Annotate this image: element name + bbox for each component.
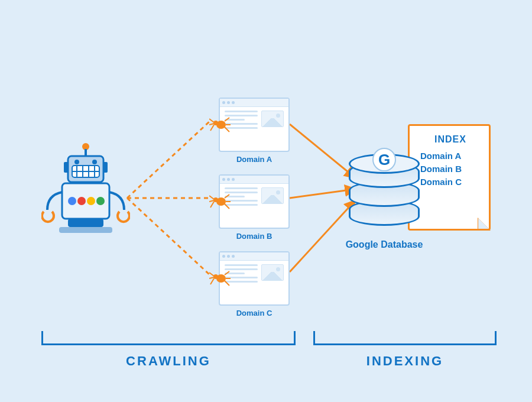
index-entry: Domain B xyxy=(420,164,481,174)
crawler-robot-icon xyxy=(41,142,130,248)
spider-icon xyxy=(209,269,231,287)
database-zone: INDEX Domain A Domain B Domain C G Googl… xyxy=(349,136,485,254)
diagram-canvas: Domain A Domain B Domain C xyxy=(0,0,532,402)
image-placeholder-icon xyxy=(261,264,284,281)
index-entry: Domain C xyxy=(420,177,481,187)
svg-point-27 xyxy=(213,121,218,125)
index-title: INDEX xyxy=(420,134,481,145)
database-caption: Google Database xyxy=(331,239,437,250)
database-icon: G xyxy=(349,148,420,231)
svg-point-22 xyxy=(87,197,95,205)
browser-chrome xyxy=(220,252,288,261)
spider-icon xyxy=(209,115,231,133)
svg-line-2 xyxy=(127,198,210,275)
svg-line-3 xyxy=(290,124,355,177)
image-placeholder-icon xyxy=(261,187,284,204)
svg-point-23 xyxy=(96,197,105,205)
crawling-label: CRAWLING xyxy=(41,354,296,369)
domain-label: Domain A xyxy=(220,155,288,164)
indexing-bracket xyxy=(313,331,497,345)
crawling-bracket xyxy=(41,331,296,345)
svg-point-16 xyxy=(92,160,97,164)
indexing-label: INDEXING xyxy=(313,354,497,369)
index-entry: Domain A xyxy=(420,151,481,161)
index-document-icon: INDEX Domain A Domain B Domain C xyxy=(408,124,491,231)
webpage-card-a: Domain A xyxy=(219,98,290,152)
svg-line-5 xyxy=(290,201,355,272)
svg-point-31 xyxy=(213,274,218,279)
svg-point-21 xyxy=(77,197,86,205)
browser-chrome xyxy=(220,99,288,107)
webpage-card-c: Domain C xyxy=(219,251,290,306)
svg-rect-18 xyxy=(103,162,108,173)
svg-line-4 xyxy=(290,189,355,198)
spider-icon xyxy=(209,192,231,210)
domain-label: Domain B xyxy=(220,232,288,241)
svg-rect-25 xyxy=(59,227,112,233)
svg-line-0 xyxy=(127,121,210,198)
svg-point-20 xyxy=(68,197,76,205)
svg-point-29 xyxy=(213,197,218,202)
domain-label: Domain C xyxy=(220,309,288,317)
image-placeholder-icon xyxy=(261,111,284,127)
browser-chrome xyxy=(220,176,288,184)
svg-rect-24 xyxy=(68,219,103,227)
webpage-card-b: Domain B xyxy=(219,174,290,229)
svg-rect-17 xyxy=(64,162,69,173)
google-g-badge: G xyxy=(372,148,396,171)
svg-point-15 xyxy=(74,160,79,164)
